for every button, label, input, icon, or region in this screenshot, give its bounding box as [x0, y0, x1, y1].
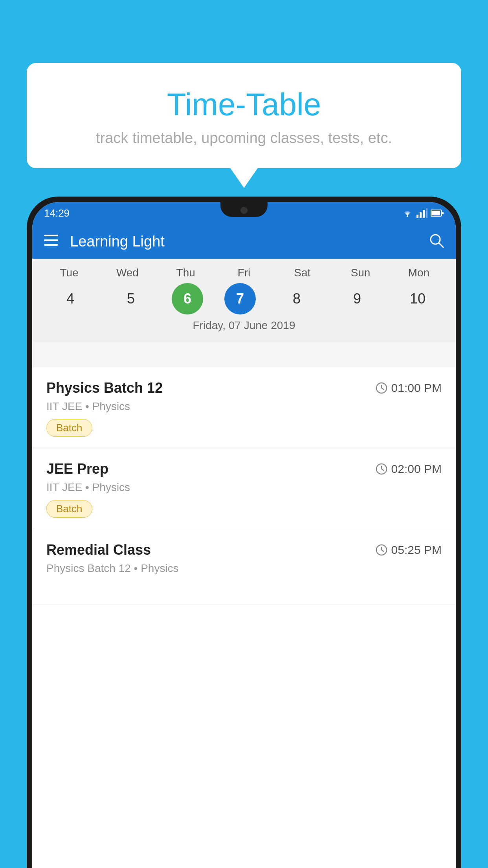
svg-rect-6 — [431, 211, 440, 215]
class-item-3[interactable]: Remedial Class 05:25 PM Physics Batch 12… — [32, 529, 456, 605]
class-item-2[interactable]: JEE Prep 02:00 PM IIT JEE • Physics Batc… — [32, 448, 456, 529]
date-5[interactable]: 5 — [111, 283, 150, 314]
classes-list: Physics Batch 12 01:00 PM IIT JEE • Phys… — [32, 367, 456, 868]
class-name-3: Remedial Class — [46, 542, 151, 558]
app-header: Learning Light — [32, 224, 456, 259]
date-8[interactable]: 8 — [277, 283, 316, 314]
day-sat: Sat — [283, 267, 322, 279]
speech-bubble: Time-Table track timetable, upcoming cla… — [27, 63, 461, 168]
day-mon: Mon — [399, 267, 438, 279]
day-tue: Tue — [50, 267, 89, 279]
date-6-today[interactable]: 6 — [172, 283, 203, 314]
phone-screen: 14:29 — [32, 202, 456, 868]
svg-rect-9 — [44, 239, 58, 241]
class-subject-3: Physics Batch 12 • Physics — [46, 562, 442, 575]
class-time-1: 01:00 PM — [376, 381, 442, 395]
bubble-title: Time-Table — [42, 86, 446, 123]
class-header-3: Remedial Class 05:25 PM — [46, 542, 442, 558]
svg-line-15 — [382, 388, 384, 390]
batch-tag-2: Batch — [46, 500, 92, 518]
status-time: 14:29 — [44, 207, 70, 219]
svg-rect-7 — [442, 212, 444, 214]
clock-icon-3 — [376, 544, 387, 556]
svg-rect-2 — [420, 212, 422, 218]
day-numbers: 4 5 6 7 8 9 10 — [32, 283, 456, 314]
clock-icon-2 — [376, 463, 387, 475]
signal-icon — [416, 208, 427, 218]
app-title: Learning Light — [70, 233, 429, 250]
clock-icon-1 — [376, 382, 387, 394]
day-headers: Tue Wed Thu Fri Sat Sun Mon — [32, 267, 456, 279]
wifi-icon — [402, 208, 413, 218]
class-name-2: JEE Prep — [46, 461, 108, 477]
svg-rect-8 — [44, 235, 58, 236]
class-name-1: Physics Batch 12 — [46, 380, 163, 396]
class-subject-1: IIT JEE • Physics — [46, 400, 442, 413]
class-time-2: 02:00 PM — [376, 462, 442, 476]
phone-notch — [220, 202, 268, 217]
day-sun: Sun — [341, 267, 380, 279]
day-fri: Fri — [224, 267, 264, 279]
date-7-selected[interactable]: 7 — [224, 283, 256, 314]
class-time-3: 05:25 PM — [376, 543, 442, 557]
svg-rect-1 — [416, 215, 418, 218]
svg-rect-4 — [426, 208, 427, 218]
day-thu: Thu — [166, 267, 205, 279]
svg-point-0 — [407, 215, 408, 217]
date-10[interactable]: 10 — [398, 283, 437, 314]
class-header-2: JEE Prep 02:00 PM — [46, 461, 442, 477]
batch-tag-1: Batch — [46, 419, 92, 437]
day-wed: Wed — [108, 267, 147, 279]
class-item-1[interactable]: Physics Batch 12 01:00 PM IIT JEE • Phys… — [32, 367, 456, 448]
svg-line-21 — [382, 550, 384, 552]
calendar-section: Tue Wed Thu Fri Sat Sun Mon 4 5 6 7 8 9 … — [32, 259, 456, 342]
status-icons — [402, 208, 444, 218]
battery-icon — [431, 208, 444, 218]
svg-line-18 — [382, 469, 384, 471]
selected-date-label: Friday, 07 June 2019 — [32, 314, 456, 338]
phone-frame: 14:29 — [27, 197, 461, 868]
date-9[interactable]: 9 — [338, 283, 377, 314]
menu-icon[interactable] — [44, 234, 58, 249]
camera-dot — [240, 207, 248, 214]
class-subject-2: IIT JEE • Physics — [46, 481, 442, 494]
bubble-subtitle: track timetable, upcoming classes, tests… — [42, 130, 446, 147]
search-button[interactable] — [429, 233, 444, 250]
svg-line-12 — [439, 243, 443, 247]
class-header-1: Physics Batch 12 01:00 PM — [46, 380, 442, 396]
date-4[interactable]: 4 — [51, 283, 90, 314]
svg-rect-10 — [44, 244, 58, 246]
svg-rect-3 — [423, 210, 425, 218]
